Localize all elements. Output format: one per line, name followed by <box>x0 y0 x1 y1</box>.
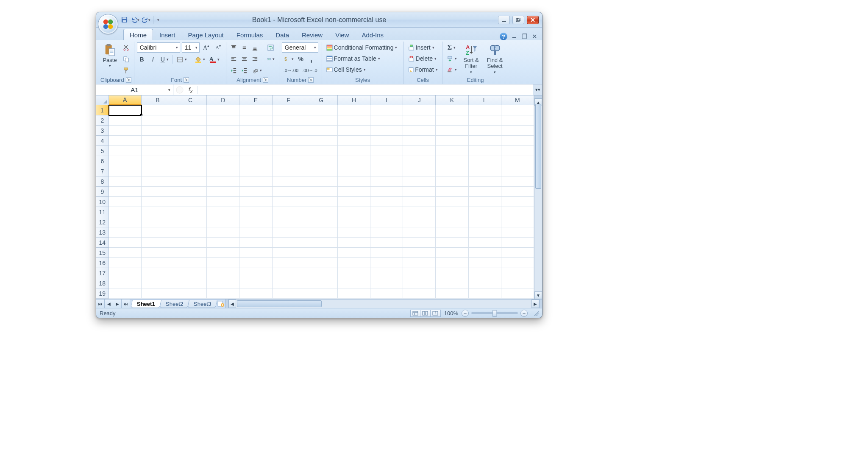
cell-M6[interactable] <box>501 156 534 166</box>
alignment-dialog-launcher[interactable] <box>263 77 268 83</box>
cell-I16[interactable] <box>370 258 403 268</box>
align-center-button[interactable] <box>239 54 250 64</box>
cell-D9[interactable] <box>207 187 239 197</box>
row-header-14[interactable]: 14 <box>96 238 109 248</box>
cell-G18[interactable] <box>305 278 338 288</box>
cell-A5[interactable] <box>109 146 142 156</box>
cell-A19[interactable] <box>109 288 142 299</box>
cell-E17[interactable] <box>239 268 272 278</box>
cell-G2[interactable] <box>305 115 338 126</box>
cell-K14[interactable] <box>436 238 468 248</box>
cell-F6[interactable] <box>273 156 305 166</box>
cell-I18[interactable] <box>370 278 403 288</box>
cell-F2[interactable] <box>273 115 305 126</box>
vertical-scrollbar[interactable]: ▲ ▼ <box>534 95 542 299</box>
horizontal-split-handle[interactable] <box>539 299 542 308</box>
select-all-button[interactable] <box>96 95 109 105</box>
cell-G5[interactable] <box>305 146 338 156</box>
scroll-left-button[interactable]: ◀ <box>228 299 236 308</box>
cell-D13[interactable] <box>207 227 239 238</box>
cell-A18[interactable] <box>109 278 142 288</box>
minimize-button[interactable] <box>498 16 510 24</box>
cell-B3[interactable] <box>142 126 174 136</box>
increase-decimal-button[interactable]: .0→.00 <box>282 65 300 76</box>
ribbon-tab-home[interactable]: Home <box>123 29 153 40</box>
cell-C8[interactable] <box>174 176 207 187</box>
sheet-nav-last[interactable]: ⏭ <box>122 299 130 308</box>
cell-L2[interactable] <box>469 115 501 126</box>
qat-customize-button[interactable]: ▾ <box>153 16 161 24</box>
cell-K13[interactable] <box>436 227 468 238</box>
font-dialog-launcher[interactable] <box>184 77 189 83</box>
cell-A14[interactable] <box>109 238 142 248</box>
cell-G17[interactable] <box>305 268 338 278</box>
cell-J3[interactable] <box>403 126 436 136</box>
cell-G12[interactable] <box>305 217 338 227</box>
sheet-tab-sheet3[interactable]: Sheet3 <box>187 300 217 308</box>
align-right-button[interactable] <box>250 54 260 64</box>
cell-K6[interactable] <box>436 156 468 166</box>
column-header-H[interactable]: H <box>338 95 370 105</box>
cell-K4[interactable] <box>436 136 468 146</box>
cell-H6[interactable] <box>338 156 370 166</box>
cell-B18[interactable] <box>142 278 174 288</box>
cell-F9[interactable] <box>273 187 305 197</box>
cell-F13[interactable] <box>273 227 305 238</box>
cell-C6[interactable] <box>174 156 207 166</box>
cell-G14[interactable] <box>305 238 338 248</box>
cell-E10[interactable] <box>239 197 272 207</box>
cell-J2[interactable] <box>403 115 436 126</box>
insert-function-button[interactable]: fx <box>186 86 195 94</box>
cell-B19[interactable] <box>142 288 174 299</box>
cell-M15[interactable] <box>501 248 534 258</box>
row-header-3[interactable]: 3 <box>96 126 109 136</box>
orientation-button[interactable]: ab▾ <box>250 65 264 76</box>
new-sheet-button[interactable] <box>216 299 225 308</box>
cell-E9[interactable] <box>239 187 272 197</box>
cell-J4[interactable] <box>403 136 436 146</box>
ribbon-tab-view[interactable]: View <box>329 29 355 40</box>
cell-M14[interactable] <box>501 238 534 248</box>
format-painter-button[interactable] <box>121 65 131 76</box>
cell-C14[interactable] <box>174 238 207 248</box>
cell-L7[interactable] <box>469 166 501 176</box>
cell-J5[interactable] <box>403 146 436 156</box>
cell-D7[interactable] <box>207 166 239 176</box>
borders-button[interactable]: ▾ <box>175 54 189 64</box>
bold-button[interactable]: B <box>137 54 147 64</box>
row-header-18[interactable]: 18 <box>96 278 109 288</box>
cell-D11[interactable] <box>207 207 239 217</box>
cell-A4[interactable] <box>109 136 142 146</box>
cell-M1[interactable] <box>501 105 534 115</box>
cell-I12[interactable] <box>370 217 403 227</box>
cell-J6[interactable] <box>403 156 436 166</box>
column-header-C[interactable]: C <box>174 95 207 105</box>
cell-C13[interactable] <box>174 227 207 238</box>
cell-A13[interactable] <box>109 227 142 238</box>
zoom-out-button[interactable]: − <box>462 310 469 317</box>
column-header-E[interactable]: E <box>239 95 272 105</box>
cell-D8[interactable] <box>207 176 239 187</box>
doc-minimize-button[interactable]: – <box>511 33 517 40</box>
cell-J18[interactable] <box>403 278 436 288</box>
doc-restore-button[interactable]: ❐ <box>521 33 528 40</box>
cell-I7[interactable] <box>370 166 403 176</box>
cell-C5[interactable] <box>174 146 207 156</box>
cell-J11[interactable] <box>403 207 436 217</box>
cell-M3[interactable] <box>501 126 534 136</box>
cell-C16[interactable] <box>174 258 207 268</box>
column-header-G[interactable]: G <box>305 95 338 105</box>
row-header-5[interactable]: 5 <box>96 146 109 156</box>
row-header-6[interactable]: 6 <box>96 156 109 166</box>
cell-K2[interactable] <box>436 115 468 126</box>
cell-A3[interactable] <box>109 126 142 136</box>
cell-B17[interactable] <box>142 268 174 278</box>
cell-B12[interactable] <box>142 217 174 227</box>
cell-D15[interactable] <box>207 248 239 258</box>
cell-E5[interactable] <box>239 146 272 156</box>
cell-E15[interactable] <box>239 248 272 258</box>
cell-I19[interactable] <box>370 288 403 299</box>
cell-F12[interactable] <box>273 217 305 227</box>
cell-I13[interactable] <box>370 227 403 238</box>
cell-H14[interactable] <box>338 238 370 248</box>
